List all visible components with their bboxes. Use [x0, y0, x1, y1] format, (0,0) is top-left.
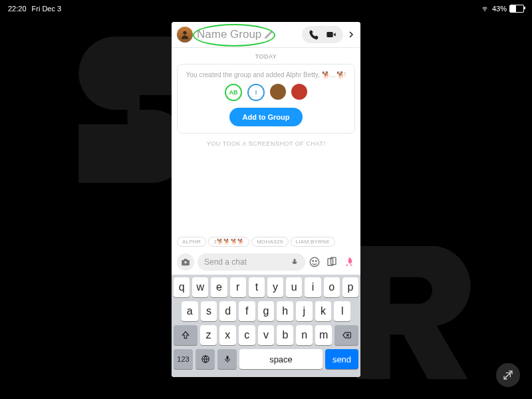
key-q[interactable]: q: [174, 277, 190, 297]
rocket-icon[interactable]: [343, 256, 355, 268]
svg-point-0: [183, 31, 186, 35]
chat-header: Name Group: [172, 22, 360, 48]
key-l[interactable]: l: [334, 301, 350, 321]
battery-percent: 43%: [492, 5, 507, 13]
svg-point-4: [310, 257, 319, 267]
chat-input[interactable]: Send a chat: [198, 253, 305, 271]
key-t[interactable]: t: [249, 277, 265, 297]
key-b[interactable]: b: [277, 325, 293, 345]
date-separator: TODAY: [177, 53, 355, 60]
numbers-key[interactable]: 123: [174, 349, 193, 369]
key-z[interactable]: z: [200, 325, 217, 345]
mention-chip[interactable]: LIAM.BYRNE: [291, 237, 335, 247]
ios-keyboard: q w e r t y u i o p a s d f g h j k l z …: [172, 275, 360, 377]
key-o[interactable]: o: [324, 277, 340, 297]
chat-input-row: Send a chat: [172, 249, 360, 275]
mention-chip[interactable]: ALPHR: [177, 237, 206, 247]
key-a[interactable]: a: [182, 301, 198, 321]
keyboard-row-3: z x c v b n m: [174, 325, 358, 345]
key-k[interactable]: k: [315, 301, 332, 321]
call-buttons-pill: [302, 26, 343, 43]
send-key[interactable]: send: [325, 349, 358, 369]
ipad-status-bar: 22:20 Fri Dec 3 43%: [0, 0, 532, 17]
edit-icon[interactable]: [264, 30, 273, 39]
svg-point-2: [184, 261, 187, 264]
space-key[interactable]: space: [239, 349, 323, 369]
group-created-card: You created the group and added Alphr Be…: [177, 64, 355, 134]
group-created-text: You created the group and added Alphr Be…: [184, 71, 348, 78]
key-h[interactable]: h: [277, 301, 293, 321]
key-i[interactable]: i: [305, 277, 321, 297]
member-avatar[interactable]: [270, 84, 286, 100]
chat-body: TODAY You created the group and added Al…: [172, 48, 360, 237]
smiley-icon[interactable]: [309, 256, 321, 268]
globe-key[interactable]: [196, 349, 215, 369]
keyboard-row-4: 123 space send: [174, 349, 358, 369]
phone-icon[interactable]: [309, 29, 319, 40]
member-avatars: AB !: [184, 84, 348, 101]
chat-placeholder: Send a chat: [204, 257, 287, 267]
group-name[interactable]: Name Group: [197, 28, 261, 41]
keyboard-row-1: q w e r t y u i o p: [174, 277, 358, 297]
snapchat-window: Name Group TODAY You created the group a…: [172, 22, 360, 377]
backspace-key[interactable]: [334, 325, 358, 345]
mention-chip[interactable]: 3🐕🐕🐕🐕: [208, 237, 249, 247]
svg-rect-1: [327, 32, 332, 37]
keyboard-row-2: a s d f g h j k l: [174, 301, 358, 321]
key-m[interactable]: m: [315, 325, 332, 345]
key-r[interactable]: r: [230, 277, 246, 297]
svg-point-6: [316, 261, 317, 262]
key-v[interactable]: v: [258, 325, 275, 345]
mic-icon[interactable]: [291, 258, 299, 266]
svg-rect-10: [226, 356, 228, 360]
key-x[interactable]: x: [219, 325, 236, 345]
camera-button[interactable]: [177, 253, 194, 271]
status-time: 22:20: [8, 5, 27, 13]
video-icon[interactable]: [326, 29, 336, 40]
svg-point-5: [313, 261, 314, 262]
battery-icon: [509, 5, 524, 13]
member-badge[interactable]: !: [247, 84, 265, 101]
shift-key[interactable]: [174, 325, 198, 345]
mention-chip[interactable]: MOHA329: [251, 237, 288, 247]
add-to-group-button[interactable]: Add to Group: [229, 108, 303, 126]
key-e[interactable]: e: [211, 277, 227, 297]
key-n[interactable]: n: [296, 325, 313, 345]
mention-suggestions: ALPHR 3🐕🐕🐕🐕 MOHA329 LIAM.BYRNE: [172, 237, 360, 249]
wifi-icon: [480, 5, 489, 12]
key-u[interactable]: u: [286, 277, 302, 297]
group-avatar[interactable]: [177, 27, 193, 43]
watermark: [339, 246, 485, 379]
key-d[interactable]: d: [219, 301, 236, 321]
key-g[interactable]: g: [258, 301, 275, 321]
dictation-key[interactable]: [217, 349, 237, 369]
cards-icon[interactable]: [326, 256, 338, 268]
key-j[interactable]: j: [296, 301, 313, 321]
chevron-right-icon[interactable]: [347, 31, 355, 39]
key-w[interactable]: w: [192, 277, 208, 297]
expand-button[interactable]: [496, 363, 520, 387]
status-date: Fri Dec 3: [32, 5, 62, 13]
key-f[interactable]: f: [239, 301, 255, 321]
key-y[interactable]: y: [267, 277, 283, 297]
key-p[interactable]: p: [342, 277, 358, 297]
screenshot-notice: YOU TOOK A SCREENSHOT OF CHAT!: [177, 140, 355, 147]
key-s[interactable]: s: [201, 301, 217, 321]
member-initials[interactable]: AB: [225, 84, 242, 101]
key-c[interactable]: c: [239, 325, 255, 345]
member-avatar[interactable]: [291, 84, 307, 100]
